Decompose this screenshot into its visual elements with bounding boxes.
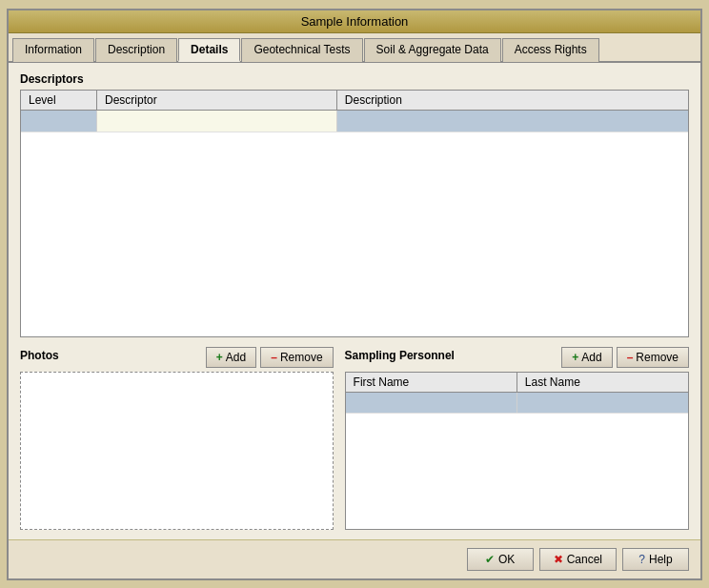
tab-content: Descriptors Level Descriptor Description [9,63,700,539]
personnel-add-button[interactable]: + Add [561,347,612,368]
personnel-remove-label: Remove [636,351,679,364]
help-label: Help [649,553,673,566]
tab-access[interactable]: Access Rights [502,38,599,62]
photos-add-button[interactable]: + Add [206,347,256,368]
personnel-table-body [346,393,688,529]
tab-description[interactable]: Description [95,38,177,62]
check-icon: ✔ [485,553,495,566]
descriptors-table-container: Level Descriptor Description [20,90,689,337]
tab-soil[interactable]: Soil & Aggregate Data [364,38,501,62]
cell-lastname [517,393,688,413]
personnel-section: Sampling Personnel + Add – Remove [345,347,689,530]
ok-button[interactable]: ✔ OK [467,548,534,571]
col-level-header: Level [21,91,97,110]
personnel-label: Sampling Personnel [345,349,455,362]
photos-buttons: + Add – Remove [206,347,334,368]
descriptors-label: Descriptors [20,72,689,86]
tab-details[interactable]: Details [178,38,240,62]
photos-remove-button[interactable]: – Remove [260,347,333,368]
photos-header: Photos + Add – Remove [20,347,334,368]
personnel-table-header: First Name Last Name [346,373,688,393]
cancel-button[interactable]: ✖ Cancel [539,548,617,571]
col-description-header: Description [337,91,688,110]
cancel-label: Cancel [567,553,602,566]
descriptors-table-header: Level Descriptor Description [21,91,688,111]
minus-icon: – [271,351,277,364]
plus-icon: + [216,351,223,364]
photos-section: Photos + Add – Remove [20,347,334,530]
plus-icon-personnel: + [572,351,578,364]
tab-geotechnical[interactable]: Geotechnical Tests [241,38,362,62]
table-row[interactable] [21,111,688,132]
photos-label: Photos [20,349,59,362]
cell-level [21,111,97,132]
minus-icon-personnel: – [627,351,634,364]
x-icon: ✖ [554,553,563,566]
footer: ✔ OK ✖ Cancel ? Help [9,539,700,578]
cell-firstname [346,393,517,413]
window-title: Sample Information [301,14,409,29]
tab-bar: Information Description Details Geotechn… [9,33,700,63]
photos-add-label: Add [226,351,246,364]
personnel-table-container: First Name Last Name [345,372,689,530]
question-icon: ? [638,553,645,566]
col-lastname-header: Last Name [517,373,688,392]
cell-description [337,111,688,132]
ok-label: OK [498,553,515,566]
personnel-remove-button[interactable]: – Remove [617,347,689,368]
photos-remove-label: Remove [280,351,323,364]
main-window: Sample Information Information Descripti… [7,9,702,580]
help-button[interactable]: ? Help [622,548,689,571]
photos-box [20,372,334,530]
cell-descriptor[interactable] [97,111,337,132]
personnel-add-label: Add [581,351,601,364]
tab-information[interactable]: Information [12,38,94,62]
table-row[interactable] [346,393,688,414]
bottom-sections: Photos + Add – Remove [20,347,689,530]
col-descriptor-header: Descriptor [97,91,337,110]
title-bar: Sample Information [9,10,700,33]
descriptors-section: Descriptors Level Descriptor Description [20,72,689,337]
col-firstname-header: First Name [346,373,517,392]
descriptors-table-body [21,111,688,336]
personnel-header-row: Sampling Personnel + Add – Remove [345,347,689,368]
personnel-buttons: + Add – Remove [561,347,689,368]
